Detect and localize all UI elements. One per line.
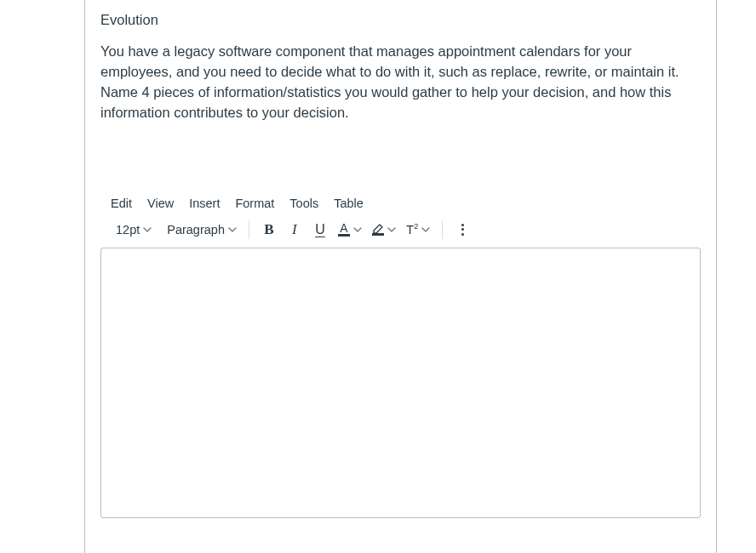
highlighter-icon bbox=[372, 223, 384, 236]
superscript-dropdown[interactable]: T2 bbox=[401, 218, 435, 242]
menu-insert[interactable]: Insert bbox=[189, 197, 220, 210]
italic-icon: I bbox=[292, 221, 297, 238]
bold-icon: B bbox=[264, 221, 273, 238]
question-heading: Evolution bbox=[100, 12, 701, 28]
chevron-down-icon bbox=[353, 225, 362, 234]
question-card: Evolution You have a legacy software com… bbox=[84, 0, 717, 553]
menu-table[interactable]: Table bbox=[334, 197, 364, 210]
answer-textarea[interactable] bbox=[100, 248, 701, 518]
blockformat-label: Paragraph bbox=[167, 223, 225, 237]
bold-button[interactable]: B bbox=[256, 218, 282, 242]
chevron-down-icon bbox=[143, 225, 152, 234]
underline-button[interactable]: U bbox=[307, 218, 333, 242]
italic-button[interactable]: I bbox=[282, 218, 307, 242]
toolbar-separator bbox=[249, 220, 249, 239]
menu-view[interactable]: View bbox=[147, 197, 174, 210]
text-color-dropdown[interactable]: A bbox=[333, 218, 367, 242]
highlight-color-dropdown[interactable] bbox=[367, 218, 401, 242]
chevron-down-icon bbox=[228, 225, 237, 234]
toolbar-separator bbox=[442, 220, 443, 239]
more-vertical-icon bbox=[456, 224, 468, 236]
question-body: You have a legacy software component tha… bbox=[100, 42, 701, 123]
menu-edit[interactable]: Edit bbox=[111, 197, 132, 210]
blockformat-dropdown[interactable]: Paragraph bbox=[162, 218, 242, 242]
editor-menubar: Edit View Insert Format Tools Table bbox=[100, 191, 701, 219]
more-options-button[interactable] bbox=[450, 218, 475, 242]
menu-tools[interactable]: Tools bbox=[289, 197, 318, 210]
chevron-down-icon bbox=[421, 225, 430, 234]
superscript-icon: T2 bbox=[406, 222, 418, 237]
chevron-down-icon bbox=[387, 225, 396, 234]
text-color-icon: A bbox=[338, 222, 350, 237]
menu-format[interactable]: Format bbox=[235, 197, 274, 210]
underline-icon: U bbox=[315, 222, 325, 237]
fontsize-dropdown[interactable]: 12pt bbox=[111, 218, 157, 242]
fontsize-label: 12pt bbox=[116, 223, 140, 237]
editor-toolbar: 12pt Paragraph B I bbox=[100, 219, 701, 248]
